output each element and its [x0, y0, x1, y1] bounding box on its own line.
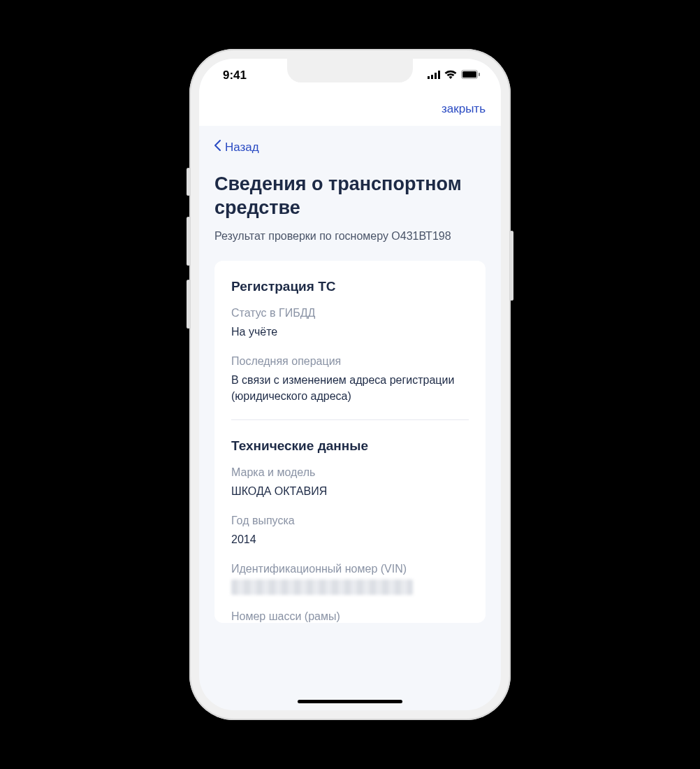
- field-vin-value-redacted: [231, 580, 413, 595]
- field-status-label: Статус в ГИБДД: [231, 307, 469, 319]
- power-button: [510, 231, 513, 301]
- field-make-label: Марка и модель: [231, 466, 469, 479]
- field-lastop-label: Последняя операция: [231, 355, 469, 368]
- field-year-label: Год выпуска: [231, 515, 469, 527]
- field-status-value: На учёте: [231, 324, 469, 340]
- svg-rect-2: [435, 73, 437, 79]
- svg-rect-6: [479, 73, 480, 76]
- status-time: 9:41: [223, 69, 247, 82]
- close-button[interactable]: закрыть: [442, 102, 486, 116]
- notch: [287, 59, 413, 82]
- svg-rect-5: [462, 71, 476, 78]
- wifi-icon: [444, 69, 457, 82]
- cellular-icon: [428, 69, 440, 82]
- field-make-value: ШКОДА ОКТАВИЯ: [231, 483, 469, 499]
- home-indicator[interactable]: [298, 700, 402, 703]
- volume-up-button: [187, 217, 190, 266]
- back-button[interactable]: Назад: [214, 140, 486, 154]
- svg-rect-0: [428, 76, 430, 79]
- info-card: Регистрация ТС Статус в ГИБДД На учёте П…: [214, 261, 486, 624]
- field-year-value: 2014: [231, 531, 469, 547]
- mute-switch: [187, 168, 190, 196]
- back-label: Назад: [225, 141, 259, 154]
- phone-frame: 9:41 закрыть Назад: [189, 49, 511, 720]
- field-chassis-label: Номер шасси (рамы): [231, 610, 469, 623]
- content-area: Назад Сведения о транспортном средстве Р…: [199, 126, 501, 623]
- page-subtitle: Результат проверки по госномеру О431ВТ19…: [214, 230, 486, 243]
- page-title: Сведения о транспортном средстве: [214, 173, 486, 220]
- section-technical-title: Технические данные: [231, 438, 469, 454]
- battery-icon: [461, 69, 480, 82]
- svg-rect-1: [431, 75, 433, 79]
- volume-down-button: [187, 280, 190, 329]
- section-divider: [231, 419, 469, 420]
- screen: 9:41 закрыть Назад: [199, 59, 501, 710]
- section-registration-title: Регистрация ТС: [231, 279, 469, 294]
- nav-bar: закрыть: [199, 92, 501, 126]
- field-lastop-value: В связи с изменением адреса регистрации …: [231, 372, 469, 404]
- status-icons: [428, 69, 480, 82]
- svg-rect-3: [438, 71, 440, 79]
- chevron-left-icon: [214, 140, 221, 154]
- field-vin-label: Идентификационный номер (VIN): [231, 563, 469, 575]
